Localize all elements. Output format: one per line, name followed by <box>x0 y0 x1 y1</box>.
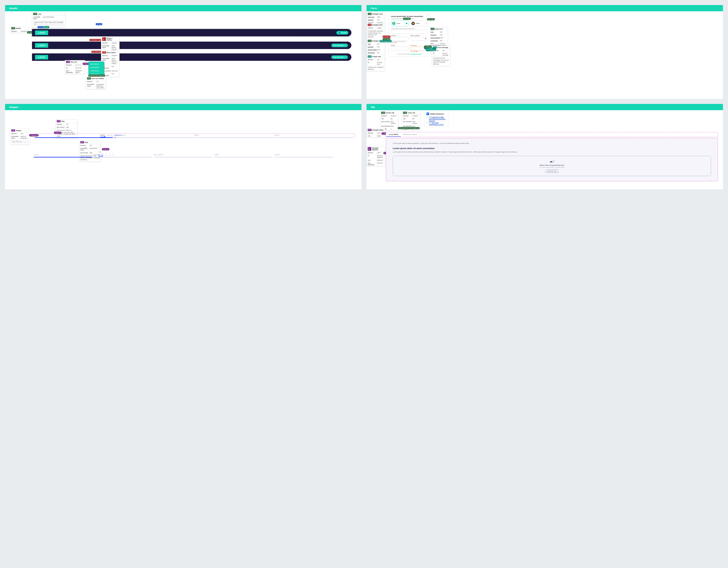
breed-label: Razza* <box>391 45 409 46</box>
section-tab: Tab 1 ⓘInactive Tab element<button> role… <box>367 104 723 189</box>
chip-input-radio: 1⊕Input <box>403 18 411 20</box>
user-icon: 👤 <box>338 32 340 34</box>
book-icon: ✎ <box>426 112 429 115</box>
chip-step-bottom: 3Step⧉ <box>102 148 109 150</box>
chip-error-msg: 8⊕Error message <box>426 47 436 51</box>
user-menu-button-open[interactable]: Ciao Marcelle⌄ <box>331 55 348 59</box>
user-menu-button[interactable]: Ciao Marcelle⌄ <box>331 44 348 47</box>
name-input[interactable] <box>391 37 409 41</box>
lorem-input[interactable] <box>391 30 428 34</box>
chip-voce-notifica: 4⊕Voce con notifica⧉ <box>88 74 105 77</box>
stepper-out-labels: Tuoi Pet Quotazione Verifica Concludi <box>100 135 125 136</box>
resource-link[interactable]: 🔗 Tab group (magentaa11y.com) <box>429 122 446 125</box>
microchip-note: Non hai il microchip? Contatta un agente <box>391 53 428 55</box>
tab-solution[interactable]: Soluzione su misura <box>401 132 419 137</box>
subrace-error: error message <box>410 51 428 52</box>
section-title-tab: Tab <box>367 104 723 110</box>
card-input-radio: 1 ⓘDettaglio input input typeradio requi… <box>367 12 385 24</box>
card-badge: 1 ⓘ <box>33 13 37 15</box>
stepper-bar-1: I tuoi Pet Quotazione Verifica Concludi <box>34 134 355 137</box>
dob-label: Data di nascita* <box>410 35 428 36</box>
dog-icon: 🐶 <box>392 22 395 25</box>
chip-active-tab: 2⊕Active Tab <box>409 127 420 129</box>
card-inactive-tab: 1 ⓘInactive Tab element<button> roletab … <box>380 111 399 130</box>
section-title-header: Header <box>5 5 361 11</box>
logo[interactable]: LOGO <box>35 43 48 48</box>
section-header: Header 1 ⓘLogo accessible nameLogo dell'… <box>5 5 361 99</box>
card-menu-list: 3 ⓘMenu list elementul > li > a IDmenu-l… <box>65 60 85 74</box>
logo[interactable]: LOGO <box>35 55 48 59</box>
card-tabpanel: 4 ⓘDettaglio tabpanel element<div> IDid-… <box>367 146 385 166</box>
card-header-el: 1 ⓘHeader element<header> <box>10 26 29 33</box>
chevron-down-icon: ⌄ <box>344 44 346 46</box>
stepper-bar-2: I tuoi Eoi Quotazione Alice Lopernum Ver… <box>34 154 335 156</box>
card-logo: 1 ⓘLogo accessible nameLogo dell'azienda… <box>32 12 66 27</box>
agent-link[interactable]: Contatta un agente <box>410 53 422 55</box>
card-stepper: 1 ⓘStepper element<ol> accessible nameBa… <box>10 129 30 145</box>
notification-dot-icon <box>102 66 103 68</box>
header-bar-3: LOGO Ciao Marcelle⌄ <box>32 53 351 61</box>
chip-inactive-tab: 1⊕Inactive Tab <box>398 127 410 129</box>
section-title-form: Form <box>367 5 723 11</box>
header-bar-1: LOGO 👤Accedi <box>32 29 351 36</box>
chip-campo-note: 5⊕Campo note <box>379 40 392 42</box>
chip-link-accedi: 🔗Link <box>96 23 102 25</box>
dob-input[interactable]: 📅 <box>410 37 428 41</box>
collapse-icon[interactable]: ⌃ <box>426 14 429 18</box>
useful-resources: ✎Useful resources 🔗 Example of Tabs with… <box>425 111 448 127</box>
cat-icon: 🐱 <box>411 22 415 25</box>
dropdown-item[interactable]: Lorem ipsum <box>89 69 104 72</box>
section-title-stepper: Stepper <box>5 104 361 110</box>
name-label: ● Nome* <box>391 35 409 36</box>
select-file-button[interactable]: Seleziona il file <box>545 170 558 173</box>
header-bar-2: LOGO Ciao Marcelle⌄ <box>32 42 351 49</box>
breed-select[interactable]: ⌄ <box>391 47 409 50</box>
code-snippet: <img src="#" alt="logo dell'azienda" /> <box>33 21 64 26</box>
card-voce-notifica: 4 ⓘVoce con notifica element<li> accessi… <box>86 77 106 89</box>
calendar-icon: 📅 <box>425 38 426 40</box>
chip-label: 2Label⧉ <box>383 36 391 38</box>
form-panel: ⌃ Lorem ipsum dolor sit amet consectetur… <box>388 13 431 57</box>
pet-option-dog[interactable]: 🐶Cane <box>391 21 409 26</box>
tab-offer[interactable]: La tua offerta <box>386 132 401 137</box>
stepper-mini: Step 1 2 3 4 5 <box>98 151 114 156</box>
card-title: Logo <box>38 13 41 15</box>
chip-step: 2Step⧉ <box>54 131 61 134</box>
card-input-error: 7 ⓘInput error typetext requiredtrue aut… <box>429 27 448 47</box>
section-form: Form 1 ⓘDettaglio input input typeradio … <box>367 5 723 99</box>
cloud-upload-icon: ☁︎↑ <box>396 159 708 163</box>
name-note: Lorem ipsum dolor sit amet consectetur. <box>391 41 409 43</box>
form-title: Lorem ipsum dolor sit amet consectetur. <box>391 15 428 17</box>
logo[interactable]: LOGO <box>35 30 48 35</box>
chip-logo: 🖼Logo <box>42 26 49 28</box>
dropdown-item[interactable]: Lorem ipsum <box>89 62 104 66</box>
chip-input-3: 3⊕Input <box>427 18 435 20</box>
chevron-down-icon: ⌄ <box>406 48 407 49</box>
card-step-bottom: 3 ⓘStep element<li> accessible nameQuota… <box>79 140 101 162</box>
chevron-down-icon: ⌄ <box>344 56 346 58</box>
accedi-button[interactable]: 👤Accedi <box>336 31 348 35</box>
panel-heading: Lorem ipsum dolor sit amet consectetur. <box>393 147 711 149</box>
tablist: La tua offerta Soluzione su misura <box>386 132 718 137</box>
upload-dropzone[interactable]: ☁︎↑ Select a file or drag and drop here … <box>393 156 711 176</box>
card-campo-note: 5 ⓘCampo note element<p> IDid-input-note… <box>367 55 385 71</box>
tabpanel: Lorem ipsum dolor sit amet consectetur. … <box>386 138 718 181</box>
section-stepper: Stepper 1 ⓘStepper element<ol> accessibl… <box>5 104 361 189</box>
dropdown-item[interactable]: Lorem ipsum <box>89 66 104 69</box>
pet-option-cat[interactable]: 🐱Gatto <box>410 21 428 26</box>
resource-link[interactable]: 🔗 Example of Tabs with Manual Activation… <box>429 116 446 122</box>
